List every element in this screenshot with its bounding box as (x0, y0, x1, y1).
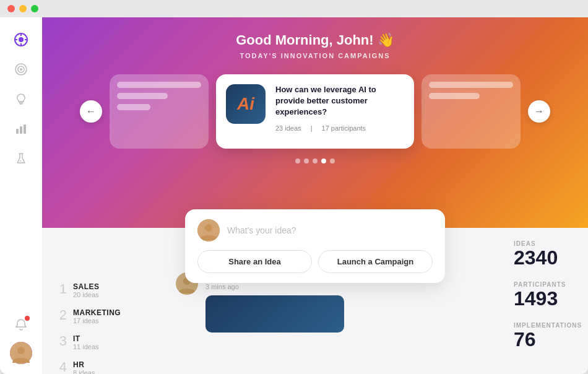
dot-5[interactable] (330, 159, 335, 163)
carousel-card-main[interactable]: Ai How can we leverage AI to provide bet… (216, 74, 414, 149)
stats-panel: IDEAS 2340 PARTICIPANTS 1493 IMPLEMENTAT… (501, 228, 588, 374)
user-avatar[interactable] (10, 342, 32, 364)
bottom-section: What's your idea? Share an Idea Launch a… (42, 228, 588, 374)
stat-value: 1493 (514, 288, 576, 310)
card-line-3 (117, 104, 150, 110)
card-line-r1 (429, 82, 513, 88)
card-line-1 (117, 82, 201, 88)
rank-number: 1 (54, 282, 67, 296)
rank-name: HR (73, 360, 95, 369)
rankings-panel: 1 SALES 20 ideas 2 MARKETING 17 ideas 3 … (42, 228, 166, 374)
ideas-count: 23 ideas (275, 124, 301, 132)
rank-count: 17 ideas (73, 317, 121, 324)
rank-name: SALES (73, 282, 100, 291)
rank-info: SALES 20 ideas (73, 282, 100, 298)
idea-user-avatar (197, 219, 220, 241)
rank-item: 1 SALES 20 ideas (54, 277, 153, 303)
rank-number: 3 (54, 334, 67, 348)
card-line-2 (117, 93, 168, 99)
carousel-next-button[interactable]: → (528, 100, 550, 123)
svg-point-8 (20, 160, 21, 162)
rank-number: 2 (54, 308, 67, 322)
dot-2[interactable] (304, 159, 309, 163)
card-title: How can we leverage AI to provide better… (275, 84, 404, 118)
card-meta: 23 ideas | 17 participants (275, 124, 404, 132)
launch-campaign-button[interactable]: Launch a Campaign (318, 250, 433, 273)
maximize-dot[interactable] (31, 5, 38, 12)
stat-block: IDEAS 2340 (514, 240, 576, 269)
stats-container: IDEAS 2340 PARTICIPANTS 1493 IMPLEMENTAT… (514, 240, 576, 351)
svg-rect-6 (20, 126, 22, 134)
rank-info: HR 8 ideas (73, 360, 95, 374)
rank-name: MARKETING (73, 308, 121, 317)
flask-icon[interactable] (9, 146, 33, 171)
svg-point-4 (20, 68, 22, 71)
rank-number: 4 (54, 360, 67, 374)
dot-1[interactable] (295, 159, 300, 163)
app-body: Good Morning, John! 👋 TODAY'S INNOVATION… (0, 17, 588, 374)
stat-value: 2340 (514, 247, 576, 269)
title-bar (0, 0, 588, 17)
card-content: How can we leverage AI to provide better… (275, 84, 404, 132)
idea-input-card: What's your idea? Share an Idea Launch a… (185, 209, 445, 283)
activity-image (205, 295, 344, 333)
dot-3[interactable] (313, 159, 318, 163)
carousel-card-right (422, 74, 521, 149)
svg-point-9 (22, 162, 22, 162)
stat-block: PARTICIPANTS 1493 (514, 281, 576, 310)
card-icon: Ai (226, 84, 266, 124)
close-dot[interactable] (7, 5, 15, 12)
svg-rect-5 (16, 129, 19, 134)
rank-count: 8 ideas (73, 369, 95, 374)
rank-list: 1 SALES 20 ideas 2 MARKETING 17 ideas 3 … (54, 277, 153, 374)
carousel: ← Ai How can we leverage AI to provid (62, 74, 568, 149)
rank-info: MARKETING 17 ideas (73, 308, 121, 324)
card-line-r2 (429, 93, 480, 99)
bulb-icon[interactable] (9, 87, 33, 111)
rank-count: 11 ideas (73, 343, 99, 350)
rank-info: IT 11 ideas (73, 334, 99, 350)
idea-action-buttons: Share an Idea Launch a Campaign (197, 250, 433, 273)
minimize-dot[interactable] (19, 5, 27, 12)
hero-greeting: Good Morning, John! 👋 (62, 32, 568, 48)
notification-badge (25, 316, 30, 321)
main-content: Good Morning, John! 👋 TODAY'S INNOVATION… (42, 17, 588, 374)
rank-item: 3 IT 11 ideas (54, 329, 153, 355)
sidebar (0, 17, 42, 374)
app-window: Good Morning, John! 👋 TODAY'S INNOVATION… (0, 0, 588, 374)
participants-count: 17 participants (322, 124, 366, 132)
share-idea-button[interactable]: Share an Idea (197, 250, 312, 273)
carousel-prev-button[interactable]: ← (80, 100, 102, 123)
svg-point-11 (17, 347, 25, 354)
hero-section: Good Morning, John! 👋 TODAY'S INNOVATION… (42, 17, 588, 228)
rank-item: 4 HR 8 ideas (54, 355, 153, 374)
chart-icon[interactable] (9, 116, 33, 141)
hero-subtitle: TODAY'S INNOVATION CAMPAIGNS (62, 52, 568, 59)
stat-value: 76 (514, 329, 576, 350)
carousel-card-left (110, 74, 209, 149)
stat-block: IMPLEMENTATIONS 76 (514, 322, 576, 350)
rank-count: 20 ideas (73, 291, 100, 298)
separator: | (311, 124, 313, 132)
carousel-dots (62, 159, 568, 163)
rank-item: 2 MARKETING 17 ideas (54, 303, 153, 329)
logo-icon[interactable] (9, 27, 33, 52)
svg-point-1 (19, 37, 24, 42)
dot-4[interactable] (321, 159, 326, 163)
svg-rect-7 (24, 124, 26, 134)
idea-input-row: What's your idea? (197, 219, 433, 241)
rank-name: IT (73, 334, 99, 343)
target-icon[interactable] (9, 57, 33, 82)
svg-point-13 (205, 224, 212, 232)
idea-placeholder[interactable]: What's your idea? (227, 225, 296, 235)
bell-icon[interactable] (9, 312, 33, 337)
activity-time: 3 mins ago (205, 283, 344, 290)
